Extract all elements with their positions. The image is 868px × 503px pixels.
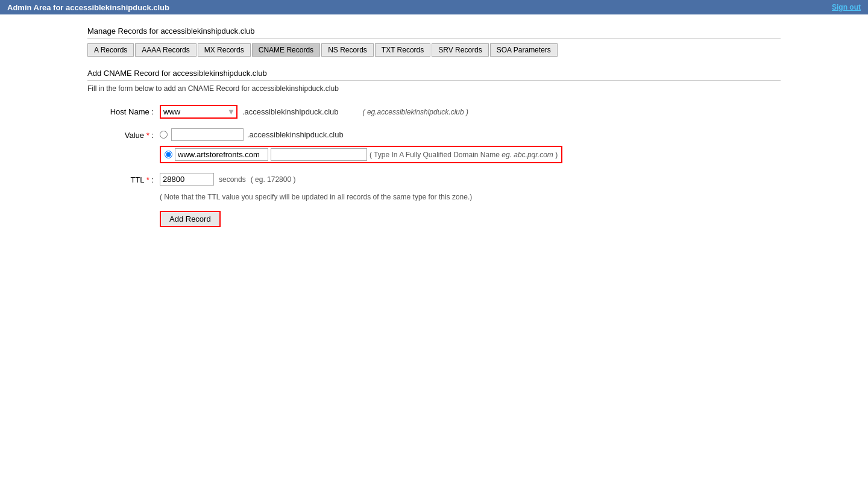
value-required: * xyxy=(146,131,149,140)
value-fqdn-input[interactable] xyxy=(175,148,268,161)
form-subtitle: Fill in the form below to add an CNAME R… xyxy=(87,84,781,93)
tab-a-records[interactable]: A Records xyxy=(87,43,134,57)
value-label: Value * : xyxy=(87,128,160,140)
host-name-controls: ▼ .accessiblekinshipduck.club ( eg.acces… xyxy=(160,105,468,119)
tab-aaaa-records[interactable]: AAAA Records xyxy=(135,43,196,57)
host-name-label: Host Name : xyxy=(87,105,160,116)
ttl-input[interactable] xyxy=(160,173,214,186)
value-row: Value * : .accessiblekinshipduck.club ( … xyxy=(87,128,781,163)
tab-ns-records[interactable]: NS Records xyxy=(321,43,374,57)
ttl-controls: seconds ( eg. 172800 ) ( Note that the T… xyxy=(160,173,472,201)
manage-records-header: Manage Records for accessiblekinshipduck… xyxy=(87,27,781,39)
value-fqdn-extra-input[interactable] xyxy=(271,148,367,161)
ttl-unit: seconds xyxy=(219,175,246,184)
tab-cname-records[interactable]: CNAME Records xyxy=(252,43,320,57)
domain-suffix: .accessiblekinshipduck.club xyxy=(242,107,339,116)
host-name-input[interactable] xyxy=(161,106,227,117)
ttl-row: TTL * : seconds ( eg. 172800 ) ( Note th… xyxy=(87,173,781,201)
value-domain-suffix: .accessiblekinshipduck.club xyxy=(247,130,344,139)
ttl-example: ( eg. 172800 ) xyxy=(251,175,296,184)
tab-srv-records[interactable]: SRV Records xyxy=(432,43,488,57)
tab-txt-records[interactable]: TXT Records xyxy=(375,43,430,57)
header-title: Admin Area for accessiblekinshipduck.clu… xyxy=(7,3,169,12)
tab-bar: A Records AAAA Records MX Records CNAME … xyxy=(87,43,781,57)
add-record-controls: Add Record xyxy=(160,211,221,227)
value-fqdn-wrapper: ( Type In A Fully Qualified Domain Name … xyxy=(160,146,562,163)
main-content: Manage Records for accessiblekinshipduck… xyxy=(0,14,868,249)
tab-mx-records[interactable]: MX Records xyxy=(198,43,251,57)
add-record-button[interactable]: Add Record xyxy=(160,211,221,227)
value-radio-fqdn[interactable] xyxy=(165,151,172,158)
host-name-input-row: ▼ .accessiblekinshipduck.club ( eg.acces… xyxy=(160,105,468,119)
host-input-wrapper: ▼ xyxy=(160,105,237,119)
manage-records-label: Manage Records for accessiblekinshipduck… xyxy=(87,27,254,36)
host-name-row: Host Name : ▼ .accessiblekinshipduck.clu… xyxy=(87,105,781,119)
value-option-subdomain-row: .accessiblekinshipduck.club xyxy=(160,128,562,141)
header-bar: Admin Area for accessiblekinshipduck.clu… xyxy=(0,0,868,14)
value-subdomain-input[interactable] xyxy=(171,128,244,141)
tab-soa-parameters[interactable]: SOA Parameters xyxy=(490,43,558,57)
add-record-row: Add Record xyxy=(87,211,781,227)
value-radio-subdomain[interactable] xyxy=(160,131,168,139)
domain-example: ( eg.accessiblekinshipduck.club ) xyxy=(363,108,468,116)
ttl-label: TTL * : xyxy=(87,173,160,184)
value-controls: .accessiblekinshipduck.club ( Type In A … xyxy=(160,128,562,163)
ttl-required: * xyxy=(146,175,149,184)
sign-out-link[interactable]: Sign out xyxy=(832,3,861,11)
ttl-input-row: seconds ( eg. 172800 ) xyxy=(160,173,472,186)
ttl-note: ( Note that the TTL value you specify wi… xyxy=(160,193,472,201)
value-fqdn-hint: ( Type In A Fully Qualified Domain Name … xyxy=(370,151,558,159)
form-section-title: Add CNAME Record for accessiblekinshipdu… xyxy=(87,69,781,81)
